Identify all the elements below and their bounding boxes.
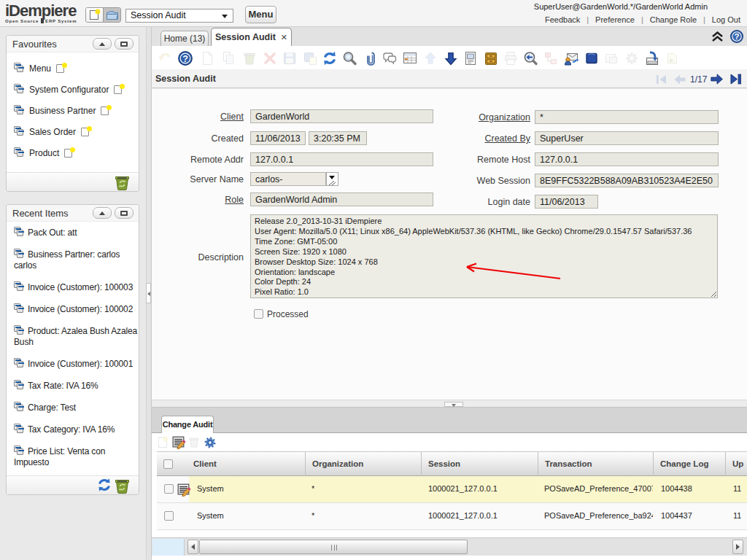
svg-text:?: ? (735, 32, 740, 41)
svg-text:?: ? (182, 54, 188, 64)
